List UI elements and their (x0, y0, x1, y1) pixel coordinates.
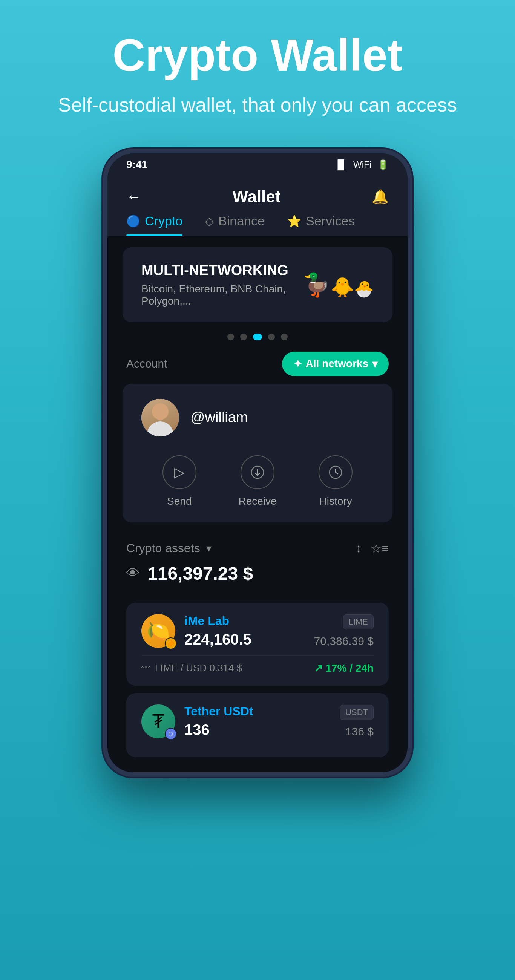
asset-right-lime: LIME 70,386.39 $ (314, 614, 374, 648)
assets-header: Crypto assets ▾ ↕ ☆≡ (126, 541, 389, 555)
banner-emoji: 🦆 🐥 🐣 (302, 271, 374, 298)
status-icons: ▐▌ WiFi 🔋 (335, 159, 389, 170)
wifi-icon: WiFi (353, 159, 372, 170)
tab-crypto[interactable]: 🔵 Crypto (126, 214, 182, 236)
receive-label: Receive (238, 495, 276, 508)
all-networks-button[interactable]: ✦ All networks ▾ (282, 352, 389, 376)
signal-icon: ▐▌ (335, 159, 347, 170)
lime-change: ↗ 17% / 24h (314, 662, 374, 674)
username: @william (190, 409, 248, 426)
asset-row-usdt: ₮ ⬡ Tether USDt 136 USDT 136 $ (141, 705, 374, 738)
send-button[interactable]: ▷ Send (163, 455, 196, 508)
assets-controls: ↕ ☆≡ (356, 541, 389, 555)
account-info: @william (141, 399, 374, 436)
history-icon (319, 455, 352, 489)
dot-3 (253, 334, 262, 340)
lime-asset-footer: 〰 LIME / USD 0.314 $ ↗ 17% / 24h (141, 655, 374, 674)
receive-button[interactable]: Receive (238, 455, 276, 508)
binance-tab-label: Binance (218, 214, 265, 228)
networks-label: All networks (306, 358, 368, 370)
lime-price-text: LIME / USD 0.314 $ (155, 662, 242, 674)
banner-text: MULTI-NETWORKING Bitcoin, Ethereum, BNB … (141, 262, 302, 307)
banner-title: MULTI-NETWORKING (141, 262, 302, 278)
assets-title-row[interactable]: Crypto assets ▾ (126, 541, 212, 555)
phone-frame: 9:41 ▐▌ WiFi 🔋 ← Wallet 🔔 🔵 Crypto (103, 149, 412, 777)
main-content: MULTI-NETWORKING Bitcoin, Ethereum, BNB … (107, 247, 408, 772)
assets-title: Crypto assets (126, 541, 200, 555)
eye-icon[interactable]: 👁 (126, 565, 140, 581)
dot-2 (240, 334, 247, 340)
assets-chevron-icon: ▾ (206, 542, 212, 554)
account-section-header: Account ✦ All networks ▾ (107, 348, 408, 384)
avatar (141, 399, 179, 436)
balance-amount: 116,397.23 $ (147, 563, 253, 584)
banner-card[interactable]: MULTI-NETWORKING Bitcoin, Ethereum, BNB … (123, 247, 392, 322)
usdt-asset-info: Tether USDt 136 (184, 705, 254, 738)
eth-badge: ⬡ (165, 728, 177, 740)
binance-tab-icon: ◇ (205, 215, 214, 228)
lime-ticker: LIME (343, 614, 374, 630)
battery-icon: 🔋 (377, 159, 389, 170)
lime-asset-info: iMe Lab 224,160.5 (184, 614, 252, 648)
asset-right-usdt: USDT 136 $ (340, 705, 374, 738)
chevron-down-icon: ▾ (372, 358, 377, 370)
phone-wrapper: 9:41 ▐▌ WiFi 🔋 ← Wallet 🔔 🔵 Crypto (0, 142, 515, 777)
tab-services[interactable]: ⭐ Services (287, 214, 355, 236)
crypto-tab-icon: 🔵 (126, 215, 140, 228)
services-tab-icon: ⭐ (287, 215, 301, 228)
page-subtitle: Self-custodial wallet, that only you can… (38, 91, 477, 119)
send-icon: ▷ (163, 455, 196, 489)
action-buttons: ▷ Send Receive (141, 455, 374, 508)
banner-description: Bitcoin, Ethereum, BNB Chain, Polygon,..… (141, 283, 302, 307)
asset-left-lime: 🍋 🔶 iMe Lab 224,160.5 (141, 614, 252, 648)
chart-icon: 〰 (141, 663, 150, 673)
total-balance: 👁 116,397.23 $ (126, 563, 389, 592)
asset-card-usdt[interactable]: ₮ ⬡ Tether USDt 136 USDT 136 $ (126, 693, 389, 757)
asset-left-usdt: ₮ ⬡ Tether USDt 136 (141, 705, 254, 738)
account-label: Account (126, 357, 167, 370)
carousel-dots (107, 334, 408, 340)
usdt-asset-amount: 136 (184, 721, 254, 738)
page-title: Crypto Wallet (38, 30, 477, 80)
services-tab-label: Services (306, 214, 355, 228)
tab-binance[interactable]: ◇ Binance (205, 214, 265, 236)
lime-icon-wrapper: 🍋 🔶 (141, 614, 175, 648)
notification-bell-button[interactable]: 🔔 (372, 189, 389, 205)
status-bar: 9:41 ▐▌ WiFi 🔋 (107, 153, 408, 176)
receive-icon (241, 455, 274, 489)
lime-usd-value: 70,386.39 $ (314, 635, 374, 648)
usdt-asset-name: Tether USDt (184, 705, 254, 718)
tabs-bar: 🔵 Crypto ◇ Binance ⭐ Services (107, 206, 408, 236)
page-header: Crypto Wallet Self-custodial wallet, tha… (0, 0, 515, 142)
usdt-ticker: USDT (340, 705, 374, 720)
dot-4 (268, 334, 275, 340)
header-title: Wallet (233, 187, 281, 206)
phone-screen: 9:41 ▐▌ WiFi 🔋 ← Wallet 🔔 🔵 Crypto (107, 153, 408, 772)
status-time: 9:41 (126, 159, 147, 171)
lime-badge-icon: 🔶 (165, 637, 177, 649)
lime-price-label: 〰 LIME / USD 0.314 $ (141, 662, 242, 674)
back-button[interactable]: ← (126, 188, 141, 205)
crypto-tab-label: Crypto (145, 214, 182, 228)
lime-asset-amount: 224,160.5 (184, 631, 252, 648)
asset-row-lime: 🍋 🔶 iMe Lab 224,160.5 LIME 70,3 (141, 614, 374, 648)
history-label: History (319, 495, 352, 508)
sort-icon[interactable]: ↕ (356, 541, 362, 555)
usdt-icon-wrapper: ₮ ⬡ (141, 705, 175, 738)
send-label: Send (167, 495, 191, 508)
assets-section: Crypto assets ▾ ↕ ☆≡ 👁 116,397.23 $ (107, 534, 408, 772)
usdt-usd-value: 136 $ (340, 725, 374, 738)
lime-asset-name: iMe Lab (184, 614, 252, 628)
filter-icon[interactable]: ☆≡ (371, 541, 389, 555)
asset-card-lime[interactable]: 🍋 🔶 iMe Lab 224,160.5 LIME 70,3 (126, 603, 389, 686)
app-header: ← Wallet 🔔 (107, 176, 408, 206)
account-card: @william ▷ Send (123, 384, 392, 522)
dot-1 (227, 334, 234, 340)
dot-5 (281, 334, 288, 340)
history-button[interactable]: History (319, 455, 352, 508)
networks-icon: ✦ (293, 358, 302, 370)
